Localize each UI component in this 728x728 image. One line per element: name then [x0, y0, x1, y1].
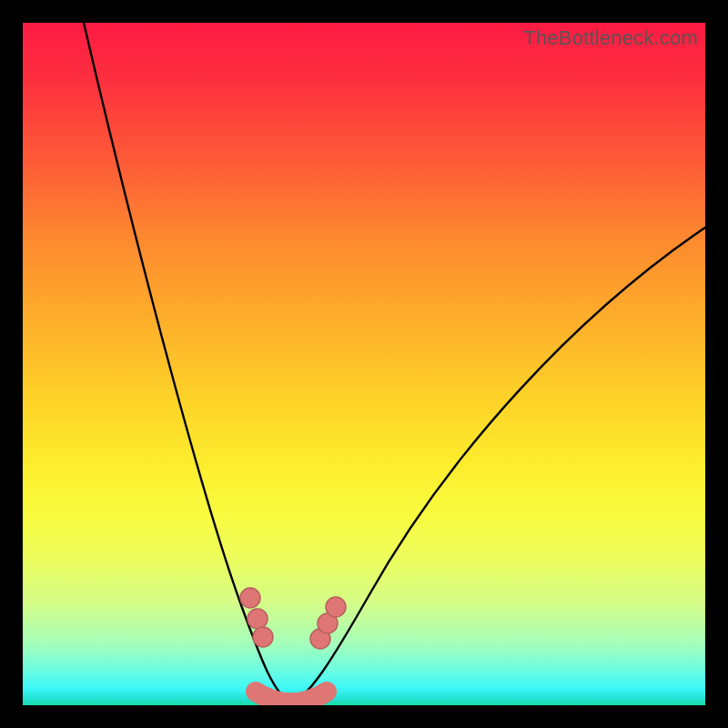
minimum-arc-marker — [256, 692, 327, 703]
marker-dot — [240, 588, 260, 608]
right-curve — [291, 228, 705, 703]
marker-group — [240, 588, 346, 649]
bottleneck-curve-chart — [23, 23, 705, 705]
gradient-plot-area: TheBottleneck.com — [23, 23, 705, 705]
marker-dot — [248, 609, 268, 629]
marker-dot — [326, 597, 346, 617]
marker-dot — [253, 627, 273, 647]
